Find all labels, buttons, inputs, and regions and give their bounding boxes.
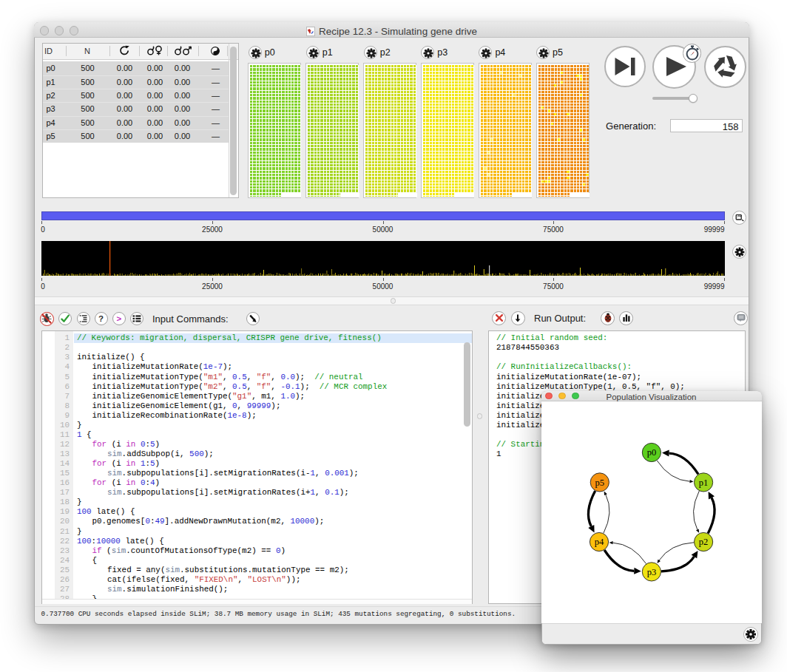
svg-text:p5: p5 xyxy=(595,477,604,487)
svg-text:p2: p2 xyxy=(698,537,708,547)
svg-text:p0: p0 xyxy=(646,447,656,458)
svg-text:p4: p4 xyxy=(594,537,604,547)
svg-text:p3: p3 xyxy=(646,566,656,577)
svg-text:p1: p1 xyxy=(698,477,708,487)
